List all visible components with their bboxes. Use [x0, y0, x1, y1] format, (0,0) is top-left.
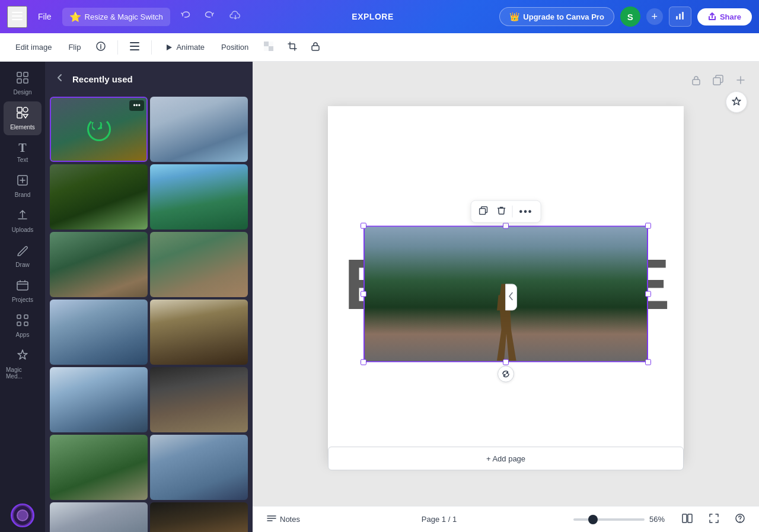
uploads-icon — [16, 209, 29, 225]
svg-marker-52 — [582, 298, 600, 331]
sidebar-item-brand[interactable]: Brand — [4, 169, 42, 203]
copy-element-button[interactable] — [475, 203, 492, 219]
panel-image-grid-container: ••• ••• ••• ••• — [45, 97, 253, 532]
delete-element-button[interactable] — [493, 203, 510, 219]
notes-button[interactable]: Notes — [262, 512, 305, 526]
redo-button[interactable] — [199, 7, 219, 27]
svg-marker-41 — [420, 297, 438, 331]
resize-handle-tl[interactable] — [361, 222, 366, 228]
cloud-save-button[interactable] — [225, 7, 246, 27]
svg-marker-49 — [538, 297, 556, 331]
resize-handle-tr[interactable] — [645, 222, 651, 228]
zoom-slider[interactable] — [573, 518, 645, 521]
file-menu-button[interactable]: File — [33, 9, 56, 24]
svg-line-62 — [499, 325, 501, 350]
more-options-button[interactable]: ••• — [515, 203, 537, 219]
svg-rect-26 — [17, 315, 21, 318]
resize-handle-bl[interactable] — [361, 359, 366, 365]
info-button[interactable] — [91, 38, 110, 57]
float-toolbar-sep — [512, 205, 513, 217]
menu-icon-toolbar[interactable] — [125, 39, 144, 56]
rotate-handle[interactable] — [498, 365, 514, 382]
svg-rect-4 — [679, 14, 681, 20]
list-item[interactable]: ••• — [150, 232, 248, 297]
user-sidebar-avatar[interactable] — [11, 504, 34, 527]
svg-rect-15 — [312, 46, 319, 50]
sidebar-item-draw[interactable]: Draw — [4, 239, 42, 273]
svg-rect-9 — [130, 49, 139, 50]
svg-marker-38 — [377, 302, 394, 332]
image-grid: ••• ••• ••• ••• — [50, 97, 248, 532]
sidebar-item-apps[interactable]: Apps — [4, 309, 42, 343]
analytics-button[interactable] — [669, 7, 691, 27]
list-item[interactable]: ••• — [150, 502, 248, 532]
flip-button[interactable]: Flip — [62, 39, 87, 55]
svg-rect-58 — [495, 323, 516, 353]
panel-back-button[interactable] — [52, 70, 68, 88]
list-item[interactable]: ••• — [150, 367, 248, 432]
menu-icon[interactable] — [7, 6, 27, 28]
resize-handle-mr[interactable] — [645, 291, 651, 297]
svg-marker-23 — [23, 114, 28, 118]
edit-image-button[interactable]: Edit image — [9, 39, 58, 55]
transparency-button[interactable] — [259, 38, 278, 57]
resize-handle-tc[interactable] — [503, 222, 509, 228]
crop-button[interactable] — [283, 38, 302, 57]
panel-header: Recently used — [45, 62, 253, 97]
fullscreen-button[interactable] — [704, 511, 723, 528]
add-canvas-button[interactable] — [732, 71, 750, 92]
list-item[interactable]: ••• — [50, 367, 148, 432]
add-team-button[interactable]: + — [646, 8, 663, 25]
upgrade-button[interactable]: 👑 Upgrade to Canva Pro — [499, 7, 614, 26]
brand-label: Brand — [15, 192, 31, 198]
sidebar-item-magic[interactable]: Magic Med... — [4, 344, 42, 384]
undo-button[interactable] — [176, 7, 196, 27]
canvas-top-right-buttons — [688, 71, 750, 92]
resize-handle-br[interactable] — [645, 359, 651, 365]
duplicate-canvas-button[interactable] — [709, 71, 727, 92]
svg-rect-13 — [269, 42, 273, 46]
list-item[interactable]: ••• — [50, 232, 148, 297]
sidebar-item-uploads[interactable]: Uploads — [4, 204, 42, 238]
svg-rect-20 — [17, 107, 22, 112]
svg-marker-43 — [450, 294, 468, 329]
position-button[interactable]: Position — [215, 39, 254, 55]
animate-button[interactable]: Animate — [159, 39, 211, 55]
list-item[interactable]: ••• — [150, 97, 248, 162]
magic-ai-button[interactable] — [726, 91, 747, 113]
svg-rect-8 — [130, 46, 139, 47]
svg-marker-45 — [479, 302, 497, 333]
list-item[interactable]: ••• — [150, 164, 248, 230]
svg-rect-1 — [12, 15, 23, 17]
undo-redo-group — [176, 7, 219, 27]
svg-rect-64 — [480, 208, 486, 214]
list-item[interactable]: ••• — [50, 502, 148, 532]
bottom-bar: Notes Page 1 / 1 56% — [253, 506, 759, 532]
resize-handle-ml[interactable] — [361, 291, 366, 297]
list-item[interactable]: ••• — [50, 97, 148, 162]
magic-switch-button[interactable]: ⭐ Resize & Magic Switch — [62, 8, 170, 26]
brand-icon — [16, 174, 29, 190]
list-item[interactable]: ••• — [50, 435, 148, 500]
svg-rect-30 — [693, 79, 700, 85]
image-more-button[interactable]: ••• — [129, 100, 144, 111]
list-item[interactable]: ••• — [50, 164, 148, 230]
list-item[interactable]: ••• — [150, 435, 248, 500]
sidebar-item-design[interactable]: Design — [4, 66, 42, 100]
lock-button[interactable] — [307, 38, 324, 57]
user-avatar[interactable]: S — [620, 7, 640, 27]
resize-handle-bc[interactable] — [503, 359, 509, 365]
projects-label: Projects — [12, 297, 33, 303]
svg-marker-44 — [465, 301, 483, 332]
list-item[interactable]: ••• — [150, 300, 248, 365]
show-pages-button[interactable] — [677, 511, 697, 528]
add-page-button[interactable]: + Add page — [328, 447, 684, 470]
sidebar-item-elements[interactable]: Elements — [4, 101, 42, 135]
sidebar-item-text[interactable]: T Text — [4, 136, 42, 168]
hide-panel-button[interactable] — [505, 283, 517, 310]
help-button[interactable] — [731, 511, 750, 528]
list-item[interactable]: ••• — [50, 300, 148, 365]
share-button[interactable]: Share — [697, 8, 752, 26]
lock-canvas-button[interactable] — [688, 71, 704, 92]
sidebar-item-projects[interactable]: Projects — [4, 274, 42, 308]
